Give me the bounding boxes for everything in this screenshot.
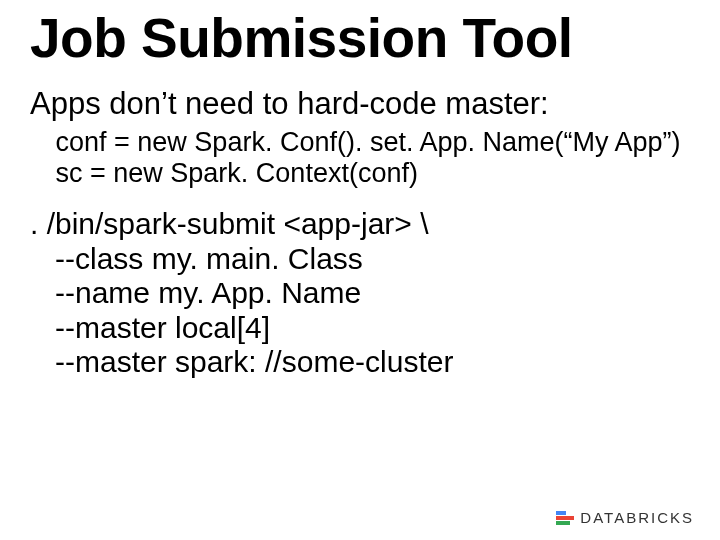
brand-label: DATABRICKS	[580, 509, 694, 526]
slide: Job Submission Tool Apps don’t need to h…	[0, 0, 720, 540]
slide-title: Job Submission Tool	[30, 10, 690, 68]
intro-text: Apps don’t need to hard-code master:	[30, 86, 690, 122]
brand-footer: DATABRICKS	[556, 509, 694, 526]
databricks-logo-icon	[556, 511, 574, 525]
code-snippet: conf = new Spark. Conf(). set. App. Name…	[30, 127, 690, 189]
spark-submit-command: . /bin/spark-submit <app-jar> \ --class …	[30, 207, 690, 380]
